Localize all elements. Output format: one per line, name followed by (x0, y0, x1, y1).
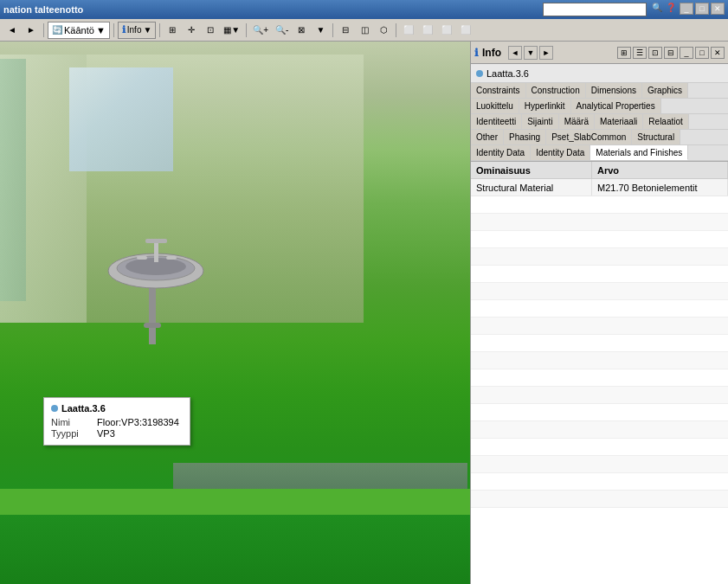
right-panel: ℹ Info ◄ ▼ ► ⊞ ☰ ⊡ ⊟ _ □ ✕ Laatta.3.6 (470, 42, 728, 584)
tab-structural[interactable]: Structural (632, 130, 680, 144)
empty-row-2 (471, 214, 728, 231)
panel-minimize[interactable]: _ (680, 47, 693, 59)
info-nav-next[interactable]: ► (539, 46, 553, 60)
tool-btn-1[interactable]: ⊟ (337, 22, 354, 39)
svg-rect-5 (154, 241, 158, 262)
toolbar-separator-5 (332, 23, 333, 37)
tab-row-5: Identity Data Identity Data Materials an… (471, 145, 728, 161)
column-left (0, 59, 26, 301)
svg-rect-7 (137, 256, 147, 260)
toolbar-separator-6 (396, 23, 396, 37)
tab-graphics[interactable]: Graphics (642, 83, 688, 98)
tab-relaatiot[interactable]: Relaatiot (643, 114, 688, 129)
maximize-button[interactable]: □ (695, 3, 709, 15)
tool-btn-6[interactable]: ⬜ (438, 22, 455, 39)
minimize-button[interactable]: _ (680, 3, 693, 15)
svg-rect-6 (145, 239, 167, 243)
properties-table: Ominaisuus Arvo Structural Material M21.… (471, 162, 728, 584)
sink-3d-object (87, 189, 225, 344)
info-icon-toolbar: ℹ (122, 24, 126, 35)
window-area (69, 67, 173, 171)
zoom-fit-button[interactable]: ⊠ (293, 22, 310, 39)
empty-row-14 (471, 421, 728, 439)
empty-row-12 (471, 387, 728, 404)
table-row: Structural Material M21.70 Betonielement… (471, 179, 728, 196)
info-panel-title: Info (482, 47, 501, 59)
tool-btn-5[interactable]: ⬜ (419, 22, 436, 39)
kaanto-chevron-icon: ▼ (96, 25, 106, 35)
toolbar-dropdown-2[interactable]: ▦▼ (221, 22, 242, 39)
svg-rect-1 (144, 323, 161, 328)
panel-icon-grid[interactable]: ⊞ (617, 47, 631, 59)
zoom-out-button[interactable]: 🔍- (273, 22, 291, 39)
tooltip-row-2: Tyyppi VP3 (51, 428, 183, 439)
empty-row-18 (471, 491, 728, 508)
empty-row-16 (471, 456, 728, 473)
tab-other[interactable]: Other (471, 130, 504, 144)
tab-row-4: Other Phasing Pset_SlabCommon Structural (471, 130, 728, 145)
tool-btn-7[interactable]: ⬜ (457, 22, 474, 39)
tool-btn-2[interactable]: ◫ (356, 22, 373, 39)
empty-row-3 (471, 231, 728, 248)
close-button[interactable]: ✕ (711, 3, 725, 15)
empty-row-15 (471, 439, 728, 456)
title-help-icon[interactable]: ❓ (666, 3, 676, 16)
tab-row-1: Constraints Construction Dimensions Grap… (471, 83, 728, 99)
toolbar-icon-3[interactable]: ⊡ (202, 22, 219, 39)
tab-materials-and-finishes[interactable]: Materials and Finishes (590, 145, 688, 160)
tool-btn-3[interactable]: ⬡ (375, 22, 392, 39)
panel-maximize[interactable]: □ (695, 47, 709, 59)
tab-dimensions[interactable]: Dimensions (586, 83, 642, 98)
kaanto-dropdown[interactable]: 🔄 Käântö ▼ (48, 22, 110, 39)
tab-constraints[interactable]: Constraints (471, 83, 526, 98)
panel-icon-cols[interactable]: ⊟ (664, 47, 678, 59)
tab-construction[interactable]: Construction (526, 83, 586, 98)
tool-btn-4[interactable]: ⬜ (400, 22, 417, 39)
info-panel-icon: ℹ (474, 47, 479, 59)
tab-hyperlinkit[interactable]: Hyperlinkit (519, 99, 571, 113)
tab-luokittelu[interactable]: Luokittelu (471, 99, 519, 113)
back-button[interactable]: ◄ (3, 22, 21, 39)
header-value: Arvo (592, 162, 728, 178)
viewport[interactable]: Laatta.3.6 Nimi Floor:VP3:3198394 Tyyppi… (0, 42, 470, 584)
info-panel-header: ℹ Info ◄ ▼ ► ⊞ ☰ ⊡ ⊟ _ □ ✕ (471, 42, 728, 64)
info-nav-menu[interactable]: ▼ (524, 46, 538, 60)
empty-row-10 (471, 352, 728, 369)
tab-phasing[interactable]: Phasing (504, 130, 546, 144)
info-nav-prev[interactable]: ◄ (508, 46, 522, 60)
tab-identity-data-1[interactable]: Identity Data (471, 145, 531, 160)
tab-identity-data-2[interactable]: Identity Data (531, 145, 590, 160)
title-search-input[interactable] (543, 3, 647, 16)
header-property: Ominaisuus (471, 162, 592, 178)
toolbar-icon-1[interactable]: ⊞ (164, 22, 181, 39)
kaanto-icon: 🔄 (52, 25, 62, 35)
info-toolbar-button[interactable]: ℹ Info ▼ (118, 22, 157, 39)
info-chevron-icon: ▼ (143, 25, 151, 35)
zoom-dropdown[interactable]: ▼ (312, 22, 329, 39)
tab-identiteetti[interactable]: Identiteetti (471, 114, 522, 129)
toolbar-separator-4 (246, 23, 247, 37)
empty-row-9 (471, 335, 728, 352)
title-search-icon[interactable]: 🔍 (652, 3, 662, 16)
tab-maara[interactable]: Määrä (559, 114, 595, 129)
panel-icon-list[interactable]: ☰ (633, 47, 647, 59)
tab-analytical-properties[interactable]: Analytical Properties (571, 99, 661, 113)
empty-row-8 (471, 318, 728, 335)
prop-value-structural-material: M21.70 Betonielementit (592, 179, 728, 196)
element-title: Laatta.3.6 (471, 64, 728, 83)
element-name: Laatta.3.6 (486, 68, 529, 79)
main-container: Laatta.3.6 Nimi Floor:VP3:3198394 Tyyppi… (0, 42, 728, 584)
forward-button[interactable]: ► (23, 22, 40, 39)
panel-icon-box[interactable]: ⊡ (648, 47, 662, 59)
zoom-in-button[interactable]: 🔍+ (250, 22, 271, 39)
tab-sijainti[interactable]: Sijainti (522, 114, 558, 129)
tabs-container: Constraints Construction Dimensions Grap… (471, 83, 728, 162)
panel-close[interactable]: ✕ (711, 47, 725, 59)
title-bar-buttons: 🔍 ❓ _ □ ✕ (543, 3, 725, 16)
floor-edge (0, 489, 470, 515)
toolbar-separator-1 (43, 23, 44, 37)
toolbar-icon-2[interactable]: ✛ (183, 22, 200, 39)
tab-materiaali[interactable]: Materiaali (595, 114, 643, 129)
tab-pset-slabcommon[interactable]: Pset_SlabCommon (546, 130, 632, 144)
empty-row-5 (471, 266, 728, 283)
